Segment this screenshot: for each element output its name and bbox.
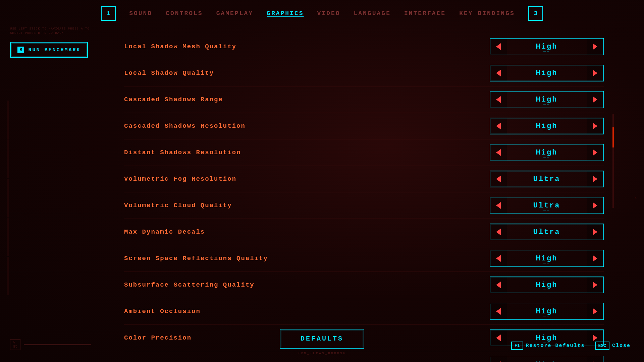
setting-row-volumetric-fog: Volumetric Fog Resolution Ultra (124, 166, 604, 192)
setting-row-ambient-occlusion: Ambient Occlusion High (124, 298, 604, 325)
setting-row-subsurface-scattering: Subsurface Scattering Quality High (124, 272, 604, 298)
setting-value-subsurface-scattering: High (507, 281, 587, 289)
arrow-right-screen-space-reflections[interactable] (587, 250, 603, 266)
arrow-left-screen-space-reflections[interactable] (490, 250, 507, 266)
arrow-left-cascaded-resolution[interactable] (490, 118, 507, 134)
setting-name-distant-shadows: Distant Shadows Resolution (124, 149, 490, 156)
defaults-button[interactable]: DEFAULTS (280, 329, 364, 349)
nav-video[interactable]: VIDEO (317, 10, 340, 17)
setting-value-local-shadow: High (507, 69, 587, 77)
left-decoration (7, 101, 9, 295)
setting-row-screen-space-reflections: Screen Space Reflections Quality High (124, 245, 604, 272)
nav-sound[interactable]: SOUND (129, 10, 152, 17)
arrow-right-volumetric-cloud[interactable] (587, 197, 603, 214)
arrow-left-subsurface-scattering[interactable] (490, 277, 507, 293)
nav-language[interactable]: LANGUAGE (354, 10, 391, 17)
right-deco-text: ▲ (634, 196, 637, 200)
arrow-left-volumetric-fog[interactable] (490, 171, 507, 187)
restore-defaults-action[interactable]: F1 Restore Defaults (511, 342, 585, 350)
restore-key: F1 (511, 342, 523, 350)
nav-gameplay[interactable]: GAMEPLAY (216, 10, 253, 17)
setting-name-cascaded-resolution: Cascaded Shadows Resolution (124, 122, 490, 130)
nav-controls[interactable]: CONTROLS (166, 10, 203, 17)
setting-name-subsurface-scattering: Subsurface Scattering Quality (124, 281, 490, 289)
setting-name-mirror-quality: Mirror Quality (124, 361, 490, 362)
nav-bracket-left: 1 (101, 6, 116, 21)
setting-row-cascaded-resolution: Cascaded Shadows Resolution High (124, 113, 604, 139)
setting-row-cascaded-range: Cascaded Shadows Range High (124, 86, 604, 113)
version-bar (24, 344, 91, 345)
setting-control-local-shadow: High (490, 65, 604, 81)
version-v: V (13, 341, 15, 345)
setting-name-volumetric-fog: Volumetric Fog Resolution (124, 175, 490, 183)
arrow-right-ambient-occlusion[interactable] (587, 303, 603, 319)
setting-row-volumetric-cloud: Volumetric Cloud Quality Ultra (124, 192, 604, 219)
restore-label: Restore Defaults (526, 343, 585, 349)
version-box: V 85 (10, 339, 20, 350)
setting-row-local-shadow: Local Shadow Quality High (124, 60, 604, 86)
close-action[interactable]: ESC Close (595, 342, 631, 350)
setting-control-volumetric-fog: Ultra (490, 171, 604, 187)
arrow-right-cascaded-resolution[interactable] (587, 118, 603, 134)
setting-control-subsurface-scattering: High (490, 277, 604, 293)
arrow-right-local-shadow-mesh[interactable] (587, 39, 603, 55)
setting-control-distant-shadows: High (490, 144, 604, 161)
setting-control-ambient-occlusion: High (490, 303, 604, 320)
nav-keybindings[interactable]: KEY BINDINGS (459, 10, 515, 17)
nav-bracket-right: 3 (528, 6, 543, 21)
run-benchmark-button[interactable]: B RUN BENCHMARK (10, 42, 88, 58)
setting-name-cascaded-range: Cascaded Shadows Range (124, 96, 490, 103)
setting-value-cascaded-resolution: High (507, 122, 587, 130)
setting-name-volumetric-cloud: Volumetric Cloud Quality (124, 202, 490, 209)
setting-control-cascaded-resolution: High (490, 118, 604, 134)
arrow-right-subsurface-scattering[interactable] (587, 277, 603, 293)
nav-interface[interactable]: INTERFACE (404, 10, 446, 17)
arrow-left-local-shadow[interactable] (490, 65, 507, 81)
setting-row-distant-shadows: Distant Shadows Resolution High (124, 139, 604, 166)
setting-name-max-dynamic-decals: Max Dynamic Decals (124, 228, 490, 236)
nav-graphics[interactable]: GRAPHICS (267, 10, 304, 17)
setting-control-volumetric-cloud: Ultra (490, 197, 604, 214)
scrollbar-thumb[interactable] (612, 127, 614, 147)
arrow-right-distant-shadows[interactable] (587, 144, 603, 161)
arrow-right-max-dynamic-decals[interactable] (587, 224, 603, 240)
benchmark-label: RUN BENCHMARK (28, 47, 80, 53)
setting-name-local-shadow-mesh: Local Shadow Mesh Quality (124, 43, 490, 50)
setting-value-mirror-quality: High (507, 360, 587, 362)
arrow-left-max-dynamic-decals[interactable] (490, 224, 507, 240)
setting-control-max-dynamic-decals: Ultra (490, 224, 604, 240)
settings-list: Local Shadow Mesh Quality High Local Sha… (124, 34, 604, 362)
top-navigation: 1 SOUND CONTROLS GAMEPLAY GRAPHICS VIDEO… (0, 0, 644, 24)
setting-name-ambient-occlusion: Ambient Occlusion (124, 308, 490, 315)
arrow-left-mirror-quality[interactable] (490, 356, 507, 362)
setting-value-distant-shadows: High (507, 148, 587, 157)
version-num: 85 (13, 345, 17, 349)
bottom-tech-text: TRN_TLCAS_800036 (298, 352, 346, 355)
bottom-right-actions: F1 Restore Defaults ESC Close (511, 342, 631, 350)
arrow-right-cascaded-range[interactable] (587, 92, 603, 108)
arrow-left-distant-shadows[interactable] (490, 144, 507, 161)
setting-value-cascaded-range: High (507, 96, 587, 104)
setting-value-local-shadow-mesh: High (507, 43, 587, 51)
benchmark-key: B (17, 47, 24, 53)
setting-control-local-shadow-mesh: High (490, 38, 604, 55)
arrow-right-local-shadow[interactable] (587, 65, 603, 81)
settings-panel: Local Shadow Mesh Quality High Local Sha… (124, 34, 604, 322)
arrow-left-ambient-occlusion[interactable] (490, 303, 507, 319)
arrow-left-local-shadow-mesh[interactable] (490, 39, 507, 55)
setting-name-local-shadow: Local Shadow Quality (124, 69, 490, 77)
setting-control-screen-space-reflections: High (490, 250, 604, 267)
arrow-left-volumetric-cloud[interactable] (490, 197, 507, 214)
arrow-right-mirror-quality[interactable] (587, 356, 603, 362)
arrow-right-volumetric-fog[interactable] (587, 171, 603, 187)
setting-control-mirror-quality: High (490, 356, 604, 362)
sidebar-hint-text: USE LEFT STICK TO NAVIGATE PRESS A TO SE… (10, 27, 104, 35)
right-decoration: ▲ (634, 67, 637, 328)
setting-row-max-dynamic-decals: Max Dynamic Decals Ultra (124, 219, 604, 245)
setting-row-local-shadow-mesh: Local Shadow Mesh Quality High (124, 34, 604, 60)
arrow-left-cascaded-range[interactable] (490, 92, 507, 108)
setting-value-ambient-occlusion: High (507, 307, 587, 316)
scrollbar[interactable] (612, 114, 614, 208)
setting-value-max-dynamic-decals: Ultra (507, 228, 587, 236)
close-key: ESC (595, 342, 609, 350)
